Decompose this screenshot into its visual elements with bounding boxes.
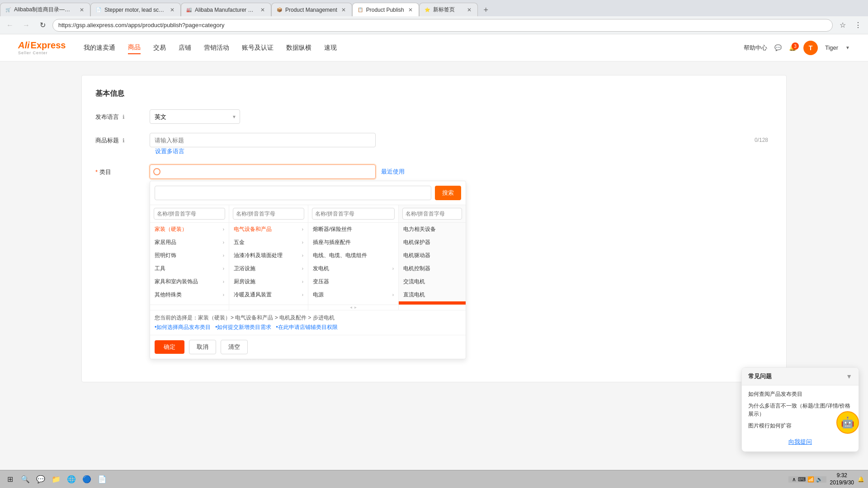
help-link-2[interactable]: •如何提交新增类目需求 xyxy=(215,324,271,331)
search-taskbar[interactable]: 🔍 xyxy=(19,473,32,486)
cat-item-jiazhuang[interactable]: 家装（硬装） › xyxy=(150,223,229,236)
nav-data[interactable]: 数据纵横 xyxy=(286,42,311,54)
cat-item-lighting[interactable]: 照明灯饰 › xyxy=(150,249,229,262)
taskbar-edge[interactable]: 🔵 xyxy=(80,473,93,486)
cat-item-motor-controller[interactable]: 电机控制器 xyxy=(399,262,466,275)
notification-center[interactable]: 🔔 xyxy=(858,476,864,483)
cat-item-paint[interactable]: 油漆冷料及墙面处理 › xyxy=(229,249,308,262)
menu-icon[interactable]: ⋮ xyxy=(852,19,864,32)
cat-item-wire[interactable]: 电线、电缆、电缆组件 xyxy=(308,249,398,262)
tray-network[interactable]: 📶 xyxy=(807,476,814,483)
cat-item-power-equip[interactable]: 电力相关设备 xyxy=(399,223,466,236)
title-input[interactable] xyxy=(150,133,376,147)
tab-3-close[interactable]: ✕ xyxy=(259,6,266,14)
help-center-link[interactable]: 帮助中心 xyxy=(744,44,767,52)
multilingual-link[interactable]: 设置多语言 xyxy=(155,148,184,155)
cat-item-tools[interactable]: 工具 › xyxy=(150,262,229,275)
refresh-button[interactable]: ↻ xyxy=(36,19,49,32)
language-help-icon[interactable]: ℹ xyxy=(123,114,125,120)
taskbar-files[interactable]: 📁 xyxy=(50,473,62,486)
cat-item-stepper[interactable]: 步进电机 xyxy=(399,301,466,305)
cat-item-motor-driver[interactable]: 电机驱动器 xyxy=(399,249,466,262)
taskbar-pdf[interactable]: 📄 xyxy=(96,473,108,486)
cat-item-hvac[interactable]: 冷暖及通风装置 › xyxy=(229,288,308,301)
user-name[interactable]: Tiger xyxy=(825,44,838,51)
faq-item-1[interactable]: 如何查阅产品发布类目 xyxy=(748,390,852,398)
user-avatar[interactable]: T xyxy=(803,41,818,55)
nav-marketing[interactable]: 营销活动 xyxy=(204,42,229,54)
cat-item-jiaju[interactable]: 家居用品 › xyxy=(150,236,229,249)
cat-item-power[interactable]: 电源 › xyxy=(308,288,398,301)
col-3-search-input[interactable] xyxy=(312,208,395,220)
faq-toggle[interactable]: ▼ xyxy=(846,373,852,380)
help-link-1[interactable]: •如何选择商品发布类目 xyxy=(155,324,211,331)
chat-robot-icon[interactable]: 🤖 xyxy=(836,411,859,434)
confirm-button[interactable]: 确定 xyxy=(155,340,184,354)
taskbar-chrome[interactable]: 🌐 xyxy=(65,473,78,486)
tab-4[interactable]: 📦 Product Management ✕ xyxy=(271,3,352,16)
col-4-search-input[interactable] xyxy=(402,208,462,220)
cat-item-electrical[interactable]: 电气设备和产品 › xyxy=(229,223,308,236)
cat-item-furniture[interactable]: 家具和室内装饰品 › xyxy=(150,275,229,288)
tab-5[interactable]: 📋 Product Publish ✕ xyxy=(352,3,419,16)
nav-store[interactable]: 店铺 xyxy=(179,42,191,54)
notification-bell[interactable]: 🔔 3 xyxy=(789,44,796,51)
tab-6-close[interactable]: ✕ xyxy=(466,6,473,14)
tab-1[interactable]: 🛒 Alibaba制造商目录——供应商 ✕ xyxy=(0,3,90,16)
cat-item-kitchen[interactable]: 厨房设施 › xyxy=(229,275,308,288)
back-button[interactable]: ← xyxy=(4,19,16,32)
cancel-button[interactable]: 取消 xyxy=(189,340,216,354)
tray-expand[interactable]: ∧ xyxy=(792,476,796,483)
cat-arrow: › xyxy=(223,292,224,297)
nav-products[interactable]: 商品 xyxy=(128,42,141,54)
help-link-3[interactable]: •在此申请店铺辅类目权限 xyxy=(276,324,337,331)
cat-item-fuse[interactable]: 熔断器/保险丝件 xyxy=(308,223,398,236)
cat-item-transformer[interactable]: 变压器 xyxy=(308,275,398,288)
cat-arrow: › xyxy=(302,253,303,258)
cat-item-bathroom[interactable]: 卫浴设施 › xyxy=(229,262,308,275)
col-1-search-input[interactable] xyxy=(154,208,225,220)
user-dropdown-icon[interactable]: ▼ xyxy=(845,45,850,50)
tab-2-title: Stepper motor, lead screw st... xyxy=(104,7,166,13)
nav-transactions[interactable]: 交易 xyxy=(153,42,166,54)
nav-dashboard[interactable]: 我的速卖通 xyxy=(84,42,115,54)
cat-item-dc-motor[interactable]: 直流电机 xyxy=(399,288,466,301)
language-select[interactable]: 英文 xyxy=(150,109,240,124)
faq-contact-link[interactable]: 向我提问 xyxy=(788,438,812,445)
tab-1-close[interactable]: ✕ xyxy=(78,6,85,14)
address-bar[interactable]: https://gsp.aliexpress.com/apps/product/… xyxy=(52,19,833,32)
taskbar-clock[interactable]: 9:32 2019/9/30 xyxy=(830,472,854,486)
start-button[interactable]: ⊞ xyxy=(4,473,16,486)
col-2-search-input[interactable] xyxy=(233,208,304,220)
tray-keyboard[interactable]: ⌨ xyxy=(798,476,806,483)
category-input[interactable] xyxy=(150,164,376,179)
chat-icon[interactable]: 💬 xyxy=(774,44,782,51)
clear-button[interactable]: 清空 xyxy=(221,340,248,354)
tray-volume[interactable]: 🔊 xyxy=(816,476,823,483)
category-breadcrumb-input[interactable] xyxy=(155,186,431,200)
title-help-icon[interactable]: ℹ xyxy=(123,137,125,144)
cat-item-socket[interactable]: 插座与插座配件 xyxy=(308,236,398,249)
nav-account[interactable]: 账号及认证 xyxy=(242,42,274,54)
cat-item-ac-motor[interactable]: 交流电机 xyxy=(399,275,466,288)
cat-item-other[interactable]: 其他特殊类 › xyxy=(150,288,229,301)
taskbar-cortana[interactable]: 💬 xyxy=(34,473,47,486)
cat-item-motor-protector[interactable]: 电机保护器 xyxy=(399,236,466,249)
nav-speed[interactable]: 速现 xyxy=(324,42,337,54)
tab-2-close[interactable]: ✕ xyxy=(169,6,176,14)
tab-5-close[interactable]: ✕ xyxy=(407,6,414,14)
bookmark-icon[interactable]: ☆ xyxy=(836,19,849,32)
recent-link[interactable]: 最近使用 xyxy=(381,168,405,176)
cat-item-hardware[interactable]: 五金 › xyxy=(229,236,308,249)
cat-item-breaker[interactable]: 电路断路器 xyxy=(308,301,398,305)
tab-4-close[interactable]: ✕ xyxy=(340,6,347,14)
cat-item-generator[interactable]: 发电机 › xyxy=(308,262,398,275)
new-tab-button[interactable]: + xyxy=(480,4,492,16)
search-button[interactable]: 搜索 xyxy=(435,186,461,200)
tab-6[interactable]: ⭐ 新标签页 ✕ xyxy=(419,3,478,16)
tab-2[interactable]: 📄 Stepper motor, lead screw st... ✕ xyxy=(90,3,181,16)
taskbar-left: ⊞ 🔍 💬 📁 🌐 🔵 📄 xyxy=(4,473,108,486)
forward-button[interactable]: → xyxy=(20,19,33,32)
cat-item-pipes[interactable]: 管件设施 › xyxy=(229,301,308,305)
tab-3[interactable]: 🏭 Alibaba Manufacturer Directo... ✕ xyxy=(181,3,271,16)
